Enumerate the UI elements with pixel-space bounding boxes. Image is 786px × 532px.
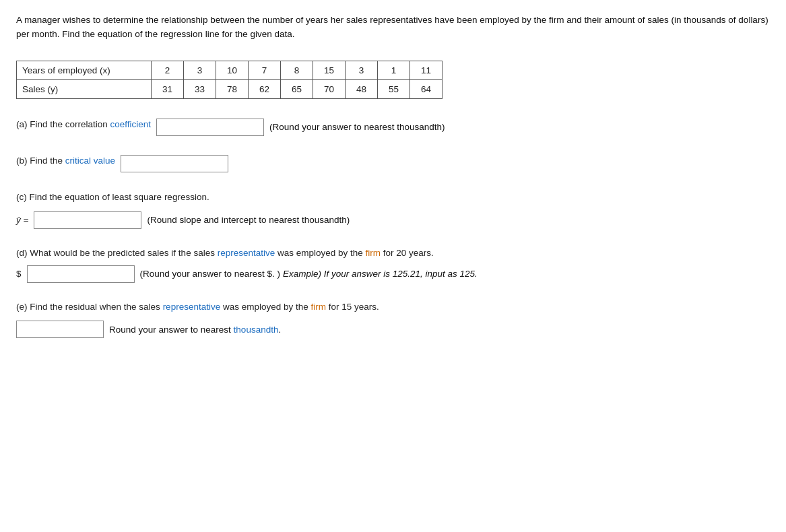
cell-x-4: 7 bbox=[249, 61, 281, 79]
cell-y-5: 65 bbox=[281, 79, 313, 98]
part-d-label: (d) What would be the predicted sales if… bbox=[16, 246, 770, 260]
part-a-input[interactable] bbox=[156, 119, 264, 136]
cell-x-1: 2 bbox=[152, 61, 184, 79]
data-table: Years of employed (x) 2 3 10 7 8 15 3 1 … bbox=[16, 61, 443, 99]
part-e-representative: representative bbox=[163, 302, 221, 312]
cell-x-6: 15 bbox=[313, 61, 346, 79]
row-y-label: Sales (y) bbox=[17, 79, 152, 98]
table-row-x: Years of employed (x) 2 3 10 7 8 15 3 1 … bbox=[17, 61, 443, 79]
cell-y-7: 48 bbox=[346, 79, 378, 98]
part-c-section: (c) Find the equation of least square re… bbox=[16, 191, 770, 228]
part-b-section: (b) Find the critical value bbox=[16, 154, 770, 173]
part-c-y-label: ŷ = bbox=[16, 215, 28, 225]
part-e-label: (e) Find the residual when the sales rep… bbox=[16, 300, 770, 314]
part-a-label-highlight: coefficient bbox=[110, 119, 152, 129]
cell-y-8: 55 bbox=[378, 79, 410, 98]
cell-y-6: 70 bbox=[313, 79, 346, 98]
table-row-y: Sales (y) 31 33 78 62 65 70 48 55 64 bbox=[17, 79, 443, 98]
cell-y-1: 31 bbox=[152, 79, 184, 98]
part-e-input[interactable] bbox=[16, 321, 104, 338]
cell-x-5: 8 bbox=[281, 61, 313, 79]
cell-y-9: 64 bbox=[410, 79, 443, 98]
part-d-hint: (Round your answer to nearest $. ) Examp… bbox=[140, 269, 478, 279]
part-e-firm: firm bbox=[311, 302, 327, 312]
cell-y-4: 62 bbox=[249, 79, 281, 98]
intro-text: A manager wishes to determine the relati… bbox=[16, 13, 770, 42]
cell-y-3: 78 bbox=[216, 79, 249, 98]
part-d-representative: representative bbox=[218, 248, 275, 258]
part-b-label-highlight: critical value bbox=[65, 156, 115, 166]
cell-x-8: 1 bbox=[378, 61, 410, 79]
part-c-label: (c) Find the equation of least square re… bbox=[16, 191, 770, 204]
cell-x-7: 3 bbox=[346, 61, 378, 79]
part-a-hint: (Round your answer to nearest thousandth… bbox=[269, 122, 445, 132]
cell-x-9: 11 bbox=[410, 61, 443, 79]
part-e-hint: Round your answer to nearest thousandth. bbox=[109, 325, 281, 335]
part-d-dollar-sign: $ bbox=[16, 269, 22, 279]
cell-x-3: 10 bbox=[216, 61, 249, 79]
part-c-input[interactable] bbox=[34, 211, 141, 229]
part-d-firm: firm bbox=[366, 248, 381, 258]
part-e-section: (e) Find the residual when the sales rep… bbox=[16, 300, 770, 338]
part-d-input[interactable] bbox=[27, 265, 135, 283]
part-b-label: (b) Find the critical value bbox=[16, 154, 115, 168]
cell-x-2: 3 bbox=[184, 61, 216, 79]
part-a-section: (a) Find the correlation coefficient (Ro… bbox=[16, 118, 770, 137]
part-a-label-pre: (a) Find the correlation coefficient bbox=[16, 118, 151, 131]
row-x-label: Years of employed (x) bbox=[17, 61, 152, 79]
part-d-section: (d) What would be the predicted sales if… bbox=[16, 246, 770, 283]
cell-y-2: 33 bbox=[184, 79, 216, 98]
part-c-hint: (Round slope and intercept to nearest th… bbox=[147, 215, 350, 225]
part-b-input[interactable] bbox=[121, 155, 228, 172]
